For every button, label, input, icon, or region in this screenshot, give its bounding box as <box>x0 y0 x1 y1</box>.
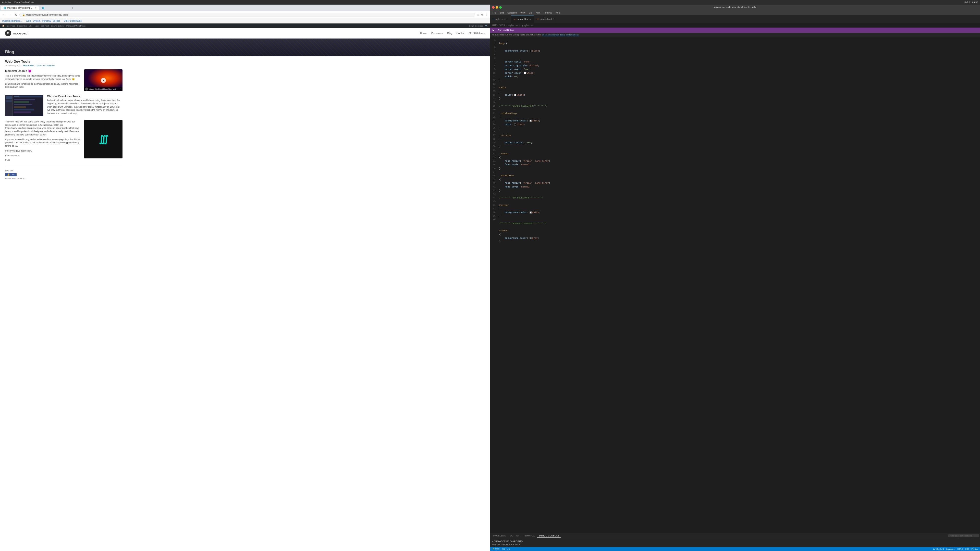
statusbar-branch[interactable]: ⚡ main <box>492 548 500 551</box>
wp-customise[interactable]: Customise <box>17 25 27 27</box>
menu-selection[interactable]: Selection <box>506 11 518 14</box>
wp-user-info: 0 day, moovpad <box>469 25 483 27</box>
run-debug-button[interactable]: Run and Debug <box>497 29 515 32</box>
section1-body2: Learnings have continued for me this aft… <box>5 83 81 89</box>
back-button[interactable]: ← <box>2 13 6 17</box>
statusbar-spaces[interactable]: Spaces: 4 <box>946 548 956 550</box>
yt-play-button[interactable] <box>101 78 106 83</box>
nav-home[interactable]: Home <box>420 32 427 35</box>
nav-contact[interactable]: Contact <box>456 32 465 35</box>
breadcrumb-1[interactable]: HTML / CSS <box>492 24 505 27</box>
youtube-embed[interactable]: Ghost City Blood Moon Night Victoria A..… <box>84 69 123 91</box>
tab-problems[interactable]: PROBLEMS <box>491 534 508 538</box>
run-icon: ▶ <box>493 29 494 32</box>
like-btn-text: Like <box>11 173 14 176</box>
editor-tabs: { } styles.css ✕ </> about.html ✕ </> pr… <box>490 15 980 23</box>
tab-styles-close[interactable]: ✕ <box>507 18 508 20</box>
tab-styles-label: styles.css <box>496 18 506 21</box>
extensions-button[interactable]: ⚙ <box>480 13 484 16</box>
menu-run[interactable]: Run <box>534 11 541 14</box>
debug-info-link[interactable]: Show all automatic debug configurations. <box>542 34 579 36</box>
close-button[interactable] <box>492 6 495 9</box>
os-bar: Activities Visual Studio Code Feb 11 03:… <box>0 0 980 5</box>
menu-edit[interactable]: Edit <box>498 11 506 14</box>
bookmark-system[interactable]: System <box>33 20 41 22</box>
yt-more-options[interactable]: ⋮ <box>119 88 121 91</box>
url-text: https://www.moovpad.com/web-dev-tools/ <box>26 14 68 16</box>
wp-like[interactable]: Like <box>29 25 33 27</box>
statusbar-language[interactable]: CSS <box>965 548 969 550</box>
menu-terminal[interactable]: Terminal <box>542 11 554 14</box>
chrome-img-editor <box>13 95 43 116</box>
statusbar-formatter[interactable]: Prettier <box>971 548 978 550</box>
post-media-chrome <box>5 95 43 117</box>
debug-filter-input[interactable] <box>948 534 979 537</box>
post-text-chrome: Chrome Developer Tools Professional web … <box>47 95 123 117</box>
tab-debug-console[interactable]: DEBUG CONSOLE <box>537 534 562 538</box>
chrome-devtools-image <box>5 95 43 116</box>
nav-cart[interactable]: $0.00 0 items <box>469 32 485 35</box>
breadcrumb-2[interactable]: styles.css <box>508 24 518 27</box>
os-activities[interactable]: Activities <box>2 1 11 3</box>
statusbar-position[interactable]: Ln 49, Col 1 <box>933 548 944 550</box>
breakpoints-title: › BROWSER BREAKPOINTS <box>492 540 978 543</box>
bookmark-star-button[interactable]: ☆ <box>476 13 480 16</box>
logo-text: moovpad <box>13 32 27 35</box>
tab-output[interactable]: OUTPUT <box>508 534 522 538</box>
browser-tab-new[interactable]: 🌐 <box>39 6 70 10</box>
menu-file[interactable]: File <box>491 11 498 14</box>
more-options-button[interactable]: ⋮ <box>484 13 488 16</box>
tab-about-html[interactable]: </> about.html ✕ <box>511 15 534 23</box>
wp-beaver[interactable]: Beaver Builder <box>51 25 64 27</box>
wp-new[interactable]: New <box>35 25 38 27</box>
wp-search-icon[interactable]: 🔍 <box>485 25 488 27</box>
tab-profile-html[interactable]: </> profile.html ✕ <box>534 15 557 23</box>
minimize-button[interactable] <box>496 6 498 9</box>
tab-close-icon[interactable]: ✕ <box>35 7 36 9</box>
tab-styles-css[interactable]: { } styles.css ✕ <box>490 15 511 23</box>
nav-resources[interactable]: Resources <box>431 32 443 35</box>
new-tab-button[interactable]: + <box>70 6 74 10</box>
section3-body2: If you are involved in any kind of web d… <box>5 138 81 148</box>
breakpoints-title-text: BROWSER BREAKPOINTS <box>494 540 523 543</box>
breadcrumb: HTML / CSS > styles.css > g styles.css <box>490 23 980 27</box>
tab-profile-close[interactable]: ✕ <box>553 18 555 20</box>
bookmark-other[interactable]: Other Bookmarks <box>64 20 82 22</box>
section3-body4: Stay awesome. <box>5 154 81 157</box>
reload-button[interactable]: ↻ <box>14 13 18 17</box>
statusbar-errors[interactable]: ⓪ 0 △ 0 <box>502 548 510 551</box>
exception-breakpoints: EXCEPTION BREAKPOINTS <box>493 543 520 546</box>
wp-edit-post[interactable]: Edit Post <box>41 25 49 27</box>
browser-tab-active[interactable]: 🌐 moovpad, physiology.p... ✕ <box>1 6 39 10</box>
bookmark-work[interactable]: Work <box>26 20 32 22</box>
section2-body: Professional web developers have probabl… <box>47 99 123 115</box>
menu-go[interactable]: Go <box>527 11 533 14</box>
lock-icon: 🔒 <box>22 14 25 16</box>
bookmark-socials[interactable]: Socials <box>52 20 60 22</box>
breadcrumb-3[interactable]: g styles.css <box>522 24 534 27</box>
tab-terminal[interactable]: TERMINAL <box>522 534 537 538</box>
vscode-titlebar: styles.css - WebDev - Visual Studio Code <box>490 5 980 10</box>
wp-managed[interactable]: Managed WordPress <box>66 25 86 27</box>
post-section-chrome: Chrome Developer Tools Professional web … <box>5 95 123 117</box>
forward-button[interactable]: → <box>8 13 13 17</box>
wp-logo[interactable]: 🏠 <box>2 25 5 27</box>
debug-bar: ▶ Run and Debug <box>490 27 980 33</box>
statusbar-encoding[interactable]: UTF-8 <box>957 548 963 550</box>
os-app-name[interactable]: Visual Studio Code <box>14 1 34 3</box>
maximize-button[interactable] <box>499 6 502 9</box>
bookmark-personal[interactable]: Personal <box>42 20 51 22</box>
like-button[interactable]: 👍 Like <box>5 173 17 176</box>
post-comment-link[interactable]: LEAVE A COMMENT <box>36 65 55 67</box>
menu-help[interactable]: Help <box>554 11 562 14</box>
address-bar[interactable]: 🔒 https://www.moovpad.com/web-dev-tools/ <box>19 13 475 17</box>
statusbar: ⚡ main ⓪ 0 △ 0 Ln 49, Col 1 Spaces: 4 UT… <box>490 547 980 551</box>
menu-view[interactable]: View <box>519 11 527 14</box>
post-section-color: The other nice tool that came out of tod… <box>5 120 123 164</box>
tab-about-close[interactable]: ✕ <box>529 18 531 21</box>
post-author[interactable]: MOOVPAD <box>23 65 34 67</box>
bookmark-import[interactable]: Import bookmarks... <box>2 20 22 22</box>
nav-blog[interactable]: Blog <box>447 32 452 35</box>
wp-moovpad[interactable]: moovpad <box>6 25 15 27</box>
code-content[interactable]: body { background-color: black; border-s… <box>497 37 980 533</box>
